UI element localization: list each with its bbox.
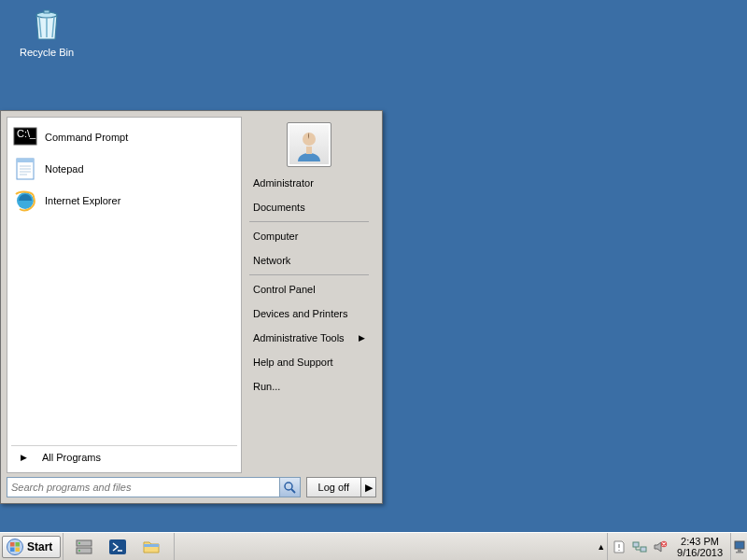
svg-rect-8: [306, 147, 312, 154]
tray-expand[interactable]: ▲: [595, 542, 607, 552]
svg-rect-22: [736, 552, 743, 553]
ql-server-manager[interactable]: [67, 536, 101, 558]
ql-explorer[interactable]: [134, 536, 168, 558]
start-menu-right: Administrator Documents Computer Network…: [242, 117, 376, 473]
taskbar-clock[interactable]: 2:43 PM 9/16/2013: [673, 536, 726, 558]
ritem-help-support[interactable]: Help and Support: [249, 350, 369, 374]
separator: [249, 221, 369, 222]
chevron-right-icon: ▶: [365, 482, 373, 494]
tray-volume-icon[interactable]: [653, 539, 668, 554]
prog-label: Command Prompt: [45, 132, 128, 143]
svg-rect-5: [17, 159, 34, 162]
ritem-network[interactable]: Network: [249, 248, 369, 273]
logoff-dropdown[interactable]: ▶: [361, 477, 376, 497]
prog-internet-explorer[interactable]: Internet Explorer: [11, 185, 237, 217]
svg-rect-16: [144, 544, 159, 547]
svg-point-10: [7, 539, 23, 554]
logoff-button[interactable]: Log off: [306, 477, 361, 497]
server-icon: [74, 537, 94, 557]
start-label: Start: [27, 540, 52, 553]
ql-powershell[interactable]: [101, 536, 134, 558]
svg-rect-18: [641, 547, 646, 552]
ritem-admin-tools[interactable]: Administrative Tools▶: [249, 326, 369, 350]
tray-network-icon[interactable]: [632, 539, 647, 554]
cmd-icon: C:\_: [13, 125, 37, 149]
search-input[interactable]: [7, 478, 279, 497]
ritem-control-panel[interactable]: Control Panel: [249, 277, 369, 301]
svg-rect-17: [633, 542, 639, 547]
chevron-right-icon: ▶: [359, 333, 365, 343]
svg-rect-20: [735, 541, 744, 549]
user-avatar[interactable]: [287, 122, 331, 167]
tray-action-center-icon[interactable]: [612, 539, 627, 554]
recycle-bin-label: Recycle Bin: [11, 47, 82, 59]
prog-label: Notepad: [45, 163, 84, 175]
ritem-devices-printers[interactable]: Devices and Printers: [249, 301, 369, 326]
notepad-icon: [13, 157, 37, 181]
windows-icon: [7, 539, 23, 555]
start-menu: C:\_ Command Prompt Notepad Internet Exp…: [0, 110, 383, 504]
ritem-computer[interactable]: Computer: [249, 224, 369, 248]
svg-point-14: [78, 550, 80, 552]
separator: [249, 274, 369, 275]
search-box: [7, 477, 301, 497]
clock-date: 9/16/2013: [677, 547, 723, 558]
prog-command-prompt[interactable]: C:\_ Command Prompt: [11, 121, 237, 153]
svg-rect-21: [738, 549, 741, 552]
prog-label: Internet Explorer: [45, 195, 120, 206]
show-desktop-button[interactable]: [730, 533, 747, 560]
triangle-icon: ▶: [21, 453, 27, 462]
start-button[interactable]: Start: [2, 536, 61, 558]
ritem-administrator[interactable]: Administrator: [249, 171, 369, 195]
desktop-icon: [734, 540, 745, 553]
taskbar: Start ▲ 2:43 PM 9/16/2013: [0, 532, 747, 560]
folder-icon: [141, 537, 162, 557]
ritem-documents[interactable]: Documents: [249, 195, 369, 219]
recycle-bin-icon: [27, 6, 66, 45]
system-tray: 2:43 PM 9/16/2013: [607, 533, 730, 560]
clock-time: 2:43 PM: [677, 536, 723, 547]
svg-point-9: [285, 483, 292, 490]
svg-text:C:\_: C:\_: [17, 128, 36, 139]
quick-launch: [63, 533, 172, 560]
ie-icon: [13, 189, 37, 213]
svg-rect-1: [44, 10, 49, 13]
ritem-run[interactable]: Run...: [249, 374, 369, 399]
all-programs[interactable]: ▶ All Programs: [11, 445, 237, 469]
powershell-icon: [107, 537, 128, 557]
desktop[interactable]: Recycle Bin C:\_ Command Prompt Notepad …: [0, 0, 747, 532]
recycle-bin[interactable]: Recycle Bin: [11, 6, 82, 59]
svg-point-13: [78, 542, 80, 544]
user-icon: [290, 126, 328, 163]
start-menu-left: C:\_ Command Prompt Notepad Internet Exp…: [7, 117, 242, 473]
search-button[interactable]: [279, 478, 300, 497]
all-programs-label: All Programs: [42, 452, 101, 463]
search-icon: [283, 481, 296, 494]
prog-notepad[interactable]: Notepad: [11, 153, 237, 185]
